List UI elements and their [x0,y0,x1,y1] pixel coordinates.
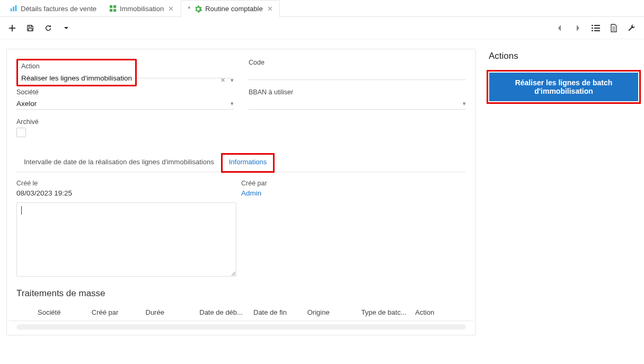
code-field[interactable] [249,68,466,80]
created-by-label: Créé par [241,180,466,187]
refresh-button[interactable] [40,20,56,36]
svg-rect-2 [15,5,17,11]
svg-rect-13 [592,30,593,31]
col-date-debut[interactable]: Date de déb... [196,304,250,321]
mass-title: Traitements de masse [9,277,473,304]
tab-immobilisation[interactable]: Immobilisation ✕ [102,0,181,16]
text-caret [21,206,22,215]
main-area: Action Réaliser les lignes d'immobilisat… [0,39,644,342]
grid-header: Société Créé par Durée Date de déb... Da… [9,304,473,321]
tab-label: Routine comptable [205,5,262,13]
societe-label: Société [16,88,234,96]
chevron-down-icon[interactable]: ▾ [231,100,234,107]
svg-rect-14 [594,30,600,31]
svg-rect-5 [110,9,112,12]
action-value: Réaliser les lignes d'immobilisation [21,74,132,82]
tab-intervalle-date[interactable]: Intervalle de date de la réalisation des… [16,154,222,172]
form-card: Action Réaliser les lignes d'immobilisat… [6,49,476,335]
svg-rect-6 [113,9,116,12]
bban-field[interactable] [249,98,466,110]
chevron-down-icon[interactable]: ▾ [231,77,234,84]
save-button[interactable] [22,20,38,36]
next-button[interactable] [570,20,586,36]
action-label: Action [21,63,132,70]
chevron-down-icon[interactable]: ▾ [463,100,466,107]
created-by-link[interactable]: Admin [241,189,466,197]
gear-icon [195,5,202,13]
tab-details-factures[interactable]: Détails factures de vente [3,0,102,16]
societe-value: Axelor [16,100,37,108]
grid-scrollbar[interactable] [16,324,466,330]
svg-rect-12 [594,28,600,29]
clear-icon[interactable]: ✕ [220,77,225,84]
code-label: Code [249,59,466,66]
close-icon[interactable]: ✕ [167,5,175,13]
chart-bar-icon [10,5,17,12]
toolbar [0,17,644,39]
top-tabs: Détails factures de vente Immobilisation… [0,0,644,17]
close-icon[interactable]: ✕ [266,5,274,13]
tab-informations[interactable]: Informations [222,154,275,172]
created-on-label: Créé le [16,180,241,187]
tab-label: Détails factures de vente [21,5,96,13]
svg-rect-7 [29,25,31,27]
col-type-batch[interactable]: Type de batc... [358,304,412,321]
list-view-button[interactable] [588,20,604,36]
archive-label: Archivé [16,118,234,126]
inner-tabs: Intervalle de date de la réalisation des… [16,154,466,172]
action-field[interactable]: Réaliser les lignes d'immobilisation [21,72,132,84]
col-action[interactable]: Action [412,304,466,321]
side-panel: Actions Réaliser les lignes de batch d'i… [482,39,644,107]
wrench-button[interactable] [624,20,640,36]
tab-label: Immobilisation [120,5,164,13]
bban-label: BBAN à utiliser [249,88,466,96]
svg-rect-8 [29,28,32,30]
svg-rect-0 [11,8,12,11]
svg-rect-1 [13,7,14,12]
prev-button[interactable] [552,20,568,36]
svg-rect-10 [594,25,600,26]
realiser-batch-button[interactable]: Réaliser les lignes de batch d'immobilis… [489,73,638,101]
archive-checkbox[interactable] [16,128,26,137]
svg-rect-3 [110,5,112,8]
col-origine[interactable]: Origine [304,304,358,321]
document-view-button[interactable] [606,20,622,36]
grid-icon [109,5,117,12]
col-duree[interactable]: Durée [143,304,197,321]
created-on-value: 08/03/2023 19:25 [16,189,241,197]
svg-rect-9 [592,25,593,26]
tab-routine-comptable[interactable]: * Routine comptable ✕ [181,0,279,17]
notes-textarea[interactable] [16,202,236,277]
societe-field[interactable]: Axelor [16,98,234,110]
svg-rect-11 [592,28,593,29]
new-button[interactable] [4,20,20,36]
col-societe[interactable]: Société [34,304,89,321]
form-area: Action Réaliser les lignes d'immobilisat… [0,39,482,342]
svg-rect-4 [113,5,116,8]
side-title: Actions [487,51,641,61]
col-date-fin[interactable]: Date de fin [250,304,304,321]
col-cree-par[interactable]: Créé par [89,304,143,321]
dirty-indicator: * [188,5,191,13]
dropdown-button[interactable] [58,20,74,36]
